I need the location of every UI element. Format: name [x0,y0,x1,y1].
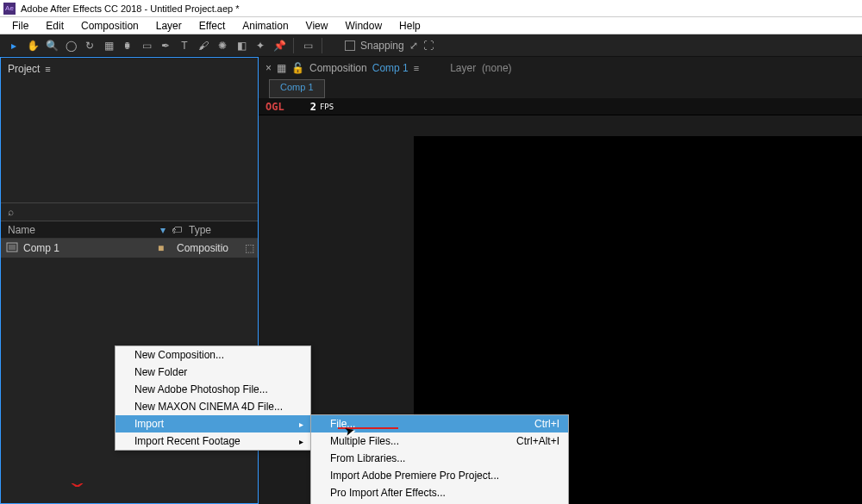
menu-view[interactable]: View [299,18,335,34]
project-column-header: Name ▾ 🏷 Type [1,221,258,239]
context-menu: New Composition...New FolderNew Adobe Ph… [115,345,311,451]
title-bar: Ae Adobe After Effects CC 2018 - Untitle… [0,0,862,17]
column-name[interactable]: Name [1,224,156,236]
menu-effect[interactable]: Effect [192,18,232,34]
tab-comp-icon: ▦ [277,62,286,74]
window-title: Adobe After Effects CC 2018 - Untitled P… [21,3,240,14]
context-item[interactable]: From Libraries... [311,450,568,467]
project-tab[interactable]: Project [8,63,40,75]
snap-icon2[interactable]: ⛶ [423,40,434,52]
puppet-tool-icon[interactable]: 📌 [271,37,288,54]
fps-value: 2 [310,101,316,113]
composition-icon [6,242,18,254]
snap-icon[interactable]: ⤢ [409,40,418,52]
comp-sub-tab[interactable]: Comp 1 [269,79,325,98]
tool-bar: ▸ ✋ 🔍 ◯ ↻ ▦ ⧯ ▭ ✒ T 🖌 ✺ ◧ ✦ 📌 ▭ Snapping… [0,34,862,57]
item-label-icon: ■ [158,242,172,254]
layer-label: Layer [450,62,476,74]
sort-icon[interactable]: ▾ [156,224,170,236]
snapping-checkbox[interactable] [345,40,355,51]
menu-layer[interactable]: Layer [149,18,189,34]
brush-tool-icon[interactable]: 🖌 [195,37,212,54]
roto-tool-icon[interactable]: ✦ [252,37,269,54]
annotation-chevron-icon: ˇ [72,479,84,504]
snapping-label: Snapping [360,40,404,52]
context-item[interactable]: Import▸ [116,415,310,432]
context-item[interactable]: New Composition... [116,346,310,364]
menu-window[interactable]: Window [338,18,389,34]
clone-tool-icon[interactable]: ✺ [214,37,231,54]
ogl-indicator: OGL [259,101,284,113]
project-item-row[interactable]: Comp 1 ■ Compositio ⬚ [1,239,258,258]
item-flow-icon: ⬚ [245,242,254,254]
type-tool-icon[interactable]: T [176,37,193,54]
pen-tool-icon[interactable]: ✒ [157,37,174,54]
label-icon[interactable]: 🏷 [170,224,184,236]
item-type: Compositio [172,242,228,254]
composition-label: Composition [309,62,367,74]
context-item[interactable]: New Adobe Photoshop File... [116,381,310,398]
zoom-tool-icon[interactable]: 🔍 [43,37,60,54]
rotation-tool-icon[interactable]: ↻ [81,37,98,54]
pan-behind-tool-icon[interactable]: ⧯ [119,37,136,54]
toolbar-separator [293,38,294,53]
composition-name[interactable]: Comp 1 [372,62,409,74]
lock-icon[interactable]: 🔓 [291,62,304,74]
panel-menu-icon[interactable]: ≡ [45,64,50,74]
fps-label: FPS [320,103,334,111]
svg-rect-1 [9,245,16,250]
column-type[interactable]: Type [184,224,258,236]
context-item[interactable]: Pro Import After Effects... [311,484,568,501]
comp-panel-menu-icon[interactable]: ≡ [414,63,419,73]
menu-bar: File Edit Composition Layer Effect Anima… [0,17,862,34]
submenu-arrow-icon: ▸ [299,420,303,429]
eraser-tool-icon[interactable]: ◧ [233,37,250,54]
context-item[interactable]: Import Recent Footage▸ [116,432,310,450]
menu-file[interactable]: File [5,18,35,34]
context-item[interactable]: New Folder [116,364,310,381]
tab-close-icon[interactable]: × [265,62,272,74]
search-icon[interactable]: ⌕ [8,206,14,218]
item-name: Comp 1 [23,242,158,254]
submenu-arrow-icon: ▸ [299,437,303,446]
selection-tool-icon[interactable]: ▸ [5,37,22,54]
menu-help[interactable]: Help [392,18,428,34]
shape-tool-icon[interactable]: ▭ [138,37,155,54]
menu-composition[interactable]: Composition [74,18,146,34]
toolbar-separator [322,38,322,53]
app-icon: Ae [3,3,16,15]
context-item[interactable]: Import Adobe Premiere Pro Project... [311,467,568,484]
shortcut-label: Ctrl+I [534,418,559,430]
shortcut-label: Ctrl+Alt+I [516,435,559,447]
camera-tool-icon[interactable]: ▦ [100,37,117,54]
menu-animation[interactable]: Animation [235,18,295,34]
context-item[interactable]: New MAXON CINEMA 4D File... [116,398,310,415]
layer-value: (none) [482,62,512,74]
hand-tool-icon[interactable]: ✋ [24,37,41,54]
menu-edit[interactable]: Edit [39,18,71,34]
tool-extra-icon[interactable]: ▭ [299,37,316,54]
orbit-tool-icon[interactable]: ◯ [62,37,79,54]
